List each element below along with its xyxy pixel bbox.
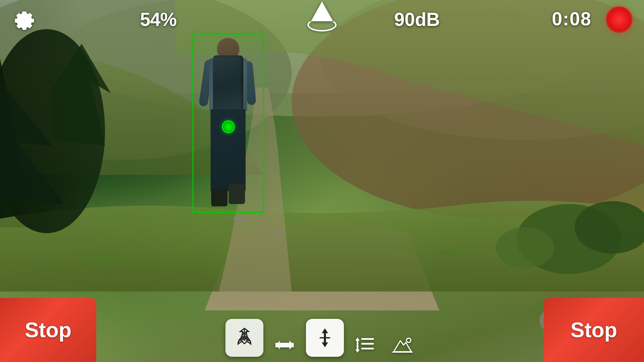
gear-icon: [13, 9, 37, 34]
tracking-center-dot: [222, 120, 235, 133]
svg-marker-14: [322, 328, 328, 333]
trail-path: [205, 222, 440, 310]
settings-button[interactable]: [12, 8, 38, 34]
line-height-button[interactable]: [349, 333, 381, 357]
mountain-button[interactable]: [386, 333, 419, 357]
recycle-icon: ↺: [234, 327, 255, 348]
mountain-icon: [391, 336, 414, 354]
record-indicator[interactable]: [606, 6, 632, 33]
reverse-button[interactable]: [269, 333, 301, 357]
tracking-bounding-box: [192, 34, 264, 213]
svg-rect-23: [361, 348, 374, 349]
recycle-button[interactable]: ↺: [225, 319, 263, 357]
stop-button-right[interactable]: Stop: [544, 298, 644, 362]
svg-rect-21: [361, 338, 374, 340]
svg-rect-20: [357, 341, 358, 349]
resize-vertical-icon: [314, 327, 335, 348]
stop-left-label: Stop: [25, 318, 71, 342]
svg-marker-15: [322, 342, 328, 347]
svg-marker-19: [355, 349, 360, 353]
bottom-toolbar: Stop ↺: [0, 304, 644, 362]
line-height-icon: [354, 336, 377, 354]
svg-rect-22: [361, 343, 374, 345]
stop-right-label: Stop: [570, 318, 617, 342]
resize-vertical-button[interactable]: [306, 319, 344, 357]
svg-point-24: [407, 338, 411, 342]
stop-button-left[interactable]: Stop: [0, 298, 96, 362]
toolbar-buttons: ↺: [225, 319, 419, 357]
svg-marker-18: [355, 338, 360, 341]
svg-rect-17: [320, 337, 330, 338]
reverse-icon: [273, 336, 296, 354]
